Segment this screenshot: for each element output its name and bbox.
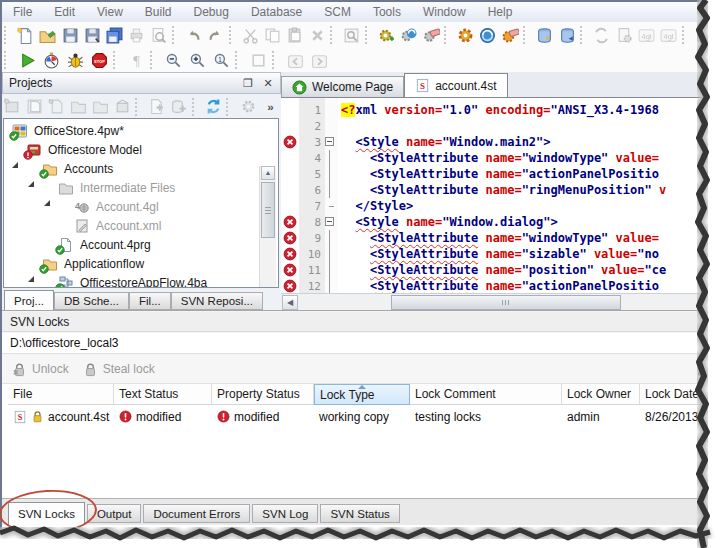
menu-item-database[interactable]: Database xyxy=(240,2,313,22)
code-line[interactable]: <?xml version="1.0" encoding="ANSI_X3.4-… xyxy=(341,102,659,118)
toolbar-button-redo[interactable] xyxy=(205,24,227,46)
table-cell-text-status[interactable]: modified xyxy=(114,405,212,428)
code-line[interactable]: <StyleAttribute name="windowType" value= xyxy=(341,230,659,246)
bottom-tab-document-errors[interactable]: Document Errors xyxy=(143,504,250,523)
working-copy-path[interactable]: D:\officestore_local3 xyxy=(2,333,714,354)
code-line[interactable]: <StyleAttribute name="position" value="c… xyxy=(341,262,666,278)
left-tab-svn-reposi[interactable]: SVN Reposi... xyxy=(171,292,263,310)
menu-item-debug[interactable]: Debug xyxy=(183,2,240,22)
toolbar-button-bug[interactable] xyxy=(63,49,87,71)
table-cell-lock-owner[interactable]: admin xyxy=(562,405,640,428)
tree-item-officestoreappflow-4ba[interactable]: OfficestoreAppFlow.4ba xyxy=(4,274,278,288)
toolbar-button-gear-plus[interactable] xyxy=(375,24,397,46)
error-marker-icon xyxy=(283,263,297,277)
code-line[interactable]: </Style> xyxy=(341,198,413,214)
disk-all-icon xyxy=(106,27,123,44)
toolbar-button-gear-eraser2[interactable] xyxy=(499,24,521,46)
projects-toolbar-button-sync[interactable] xyxy=(203,96,225,118)
code-line[interactable]: <Style name="Window.dialog"> xyxy=(341,214,558,230)
toolbar-button-undo[interactable] xyxy=(183,24,205,46)
toolbar-button-disk2[interactable] xyxy=(81,24,103,46)
code-line[interactable]: <StyleAttribute name="sizable" value="no xyxy=(341,246,659,262)
float-panel-icon[interactable]: ❐ xyxy=(240,76,256,90)
table-cell-lock-comment[interactable]: testing locks xyxy=(410,405,562,428)
code-line[interactable]: <StyleAttribute name="ringMenuPosition" … xyxy=(341,182,666,198)
toolbar-button-zoom-out[interactable] xyxy=(161,49,185,71)
toolbar-button-gear-swirl[interactable] xyxy=(398,24,420,46)
bottom-tab-svn-status[interactable]: SVN Status xyxy=(320,504,399,523)
bottom-tab-svn-log[interactable]: SVN Log xyxy=(252,504,318,523)
menu-item-view[interactable]: View xyxy=(86,2,134,22)
toolbar-button-play[interactable] xyxy=(15,49,39,71)
menu-item-scm[interactable]: SCM xyxy=(313,2,362,22)
projects-toolbar-button-gfold xyxy=(89,96,111,118)
projects-toolbar-button-chev[interactable]: » xyxy=(259,96,281,118)
g4gl-icon: 4gl xyxy=(660,27,677,44)
column-header-property-status[interactable]: Property Status xyxy=(212,384,314,405)
toolbar-button-disk[interactable] xyxy=(59,24,81,46)
tree-item-account-xml[interactable]: Account.xml xyxy=(4,217,278,236)
toolbar-button-disk-all[interactable] xyxy=(103,24,125,46)
menu-item-window[interactable]: Window xyxy=(412,2,477,22)
tree-item-officestore-model[interactable]: Officestore Model xyxy=(4,141,278,160)
h-scroll-thumb[interactable] xyxy=(391,295,621,310)
table-cell-lock-type[interactable]: working copy xyxy=(314,405,410,428)
fold-collapse-icon[interactable] xyxy=(325,137,334,146)
toolbar-button-zoom-1[interactable]: 1 xyxy=(209,49,233,71)
toolbar-button-stop[interactable]: STOP xyxy=(87,49,111,71)
code-line[interactable]: <Style name="Window.main2"> xyxy=(341,134,551,150)
column-header-lock-owner[interactable]: Lock Owner xyxy=(562,384,640,405)
tree-item-account-4gl[interactable]: 4Account.4gl xyxy=(4,198,278,217)
toolbar-button-db-new[interactable] xyxy=(534,24,556,46)
table-cell-file[interactable]: Saccount.4st xyxy=(8,405,114,428)
toolbar-button-folder-open[interactable] xyxy=(37,24,59,46)
unlock-button[interactable]: Unlock xyxy=(12,362,69,377)
tree-item-officestore-4pw[interactable]: OfficeStore.4pw* xyxy=(4,122,278,141)
code-line[interactable]: <StyleAttribute name="actionPanelPositio xyxy=(341,278,659,294)
editor-tab-welcome-page[interactable]: Welcome Page xyxy=(281,76,404,97)
fold-collapse-icon[interactable] xyxy=(325,217,334,226)
tree-item-account-4prg[interactable]: Account.4prg xyxy=(4,236,278,255)
column-header-text-status[interactable]: Text Status xyxy=(114,384,212,405)
column-header-lock-type[interactable]: Lock Type xyxy=(314,384,410,405)
gproj-icon xyxy=(4,98,21,115)
column-header-file[interactable]: File xyxy=(8,384,114,405)
editor-tab-account-4st[interactable]: Saccount.4st xyxy=(404,73,507,97)
tree-item-accounts[interactable]: Accounts xyxy=(4,160,278,179)
line-number: 11 xyxy=(299,264,321,277)
toolbar-button-gear-eraser[interactable] xyxy=(420,24,442,46)
toolbar-button-swirl-big[interactable] xyxy=(477,24,499,46)
table-cell-property-status[interactable]: modified xyxy=(212,405,314,428)
cell-text: admin xyxy=(567,410,600,424)
column-header-lock-comment[interactable]: Lock Comment xyxy=(410,384,562,405)
code-line[interactable]: <StyleAttribute name="windowType" value= xyxy=(341,150,659,166)
h-scrollbar[interactable]: ◀ ▶ xyxy=(281,293,722,310)
tree-item-applicationflow[interactable]: Applicationflow xyxy=(4,255,278,274)
left-tab-db-sche[interactable]: DB Sche... xyxy=(54,292,129,310)
scroll-right-icon[interactable]: ▶ xyxy=(705,295,721,310)
tree-item-intermediate-files[interactable]: Intermediate Files xyxy=(4,179,278,198)
left-tab-fil[interactable]: Fil... xyxy=(129,292,171,310)
code-area[interactable]: 1<?xml version="1.0" encoding="ANSI_X3.4… xyxy=(281,97,722,293)
code-line[interactable]: <StyleAttribute name="actionPanelPositio xyxy=(341,166,659,182)
toolbar-button-stopwatch[interactable] xyxy=(39,49,63,71)
column-header-lock-date[interactable]: Lock Date xyxy=(640,384,722,405)
toolbar-button-zoom-in[interactable] xyxy=(185,49,209,71)
left-tab-proj[interactable]: Proj... xyxy=(4,290,54,311)
menu-item-file[interactable]: File xyxy=(2,2,43,22)
menu-bar: FileEditViewBuildDebugDatabaseSCMToolsWi… xyxy=(2,2,714,23)
close-panel-icon[interactable]: ✕ xyxy=(260,76,276,90)
db-import-icon xyxy=(559,27,576,44)
table-cell-lock-date[interactable]: 8/26/2013 1 xyxy=(640,405,722,428)
gpagestar-icon xyxy=(48,98,65,115)
folder-dim-icon xyxy=(58,180,74,196)
menu-item-build[interactable]: Build xyxy=(134,2,183,22)
menu-item-tools[interactable]: Tools xyxy=(362,2,412,22)
menu-item-edit[interactable]: Edit xyxy=(43,2,86,22)
toolbar-button-db-import[interactable] xyxy=(556,24,578,46)
menu-item-help[interactable]: Help xyxy=(477,2,524,22)
toolbar-button-gear-big[interactable] xyxy=(455,24,477,46)
scroll-left-icon[interactable]: ◀ xyxy=(282,295,298,310)
toolbar-button-page-new[interactable] xyxy=(14,24,36,46)
steal-lock-button[interactable]: Steal lock xyxy=(83,362,155,377)
